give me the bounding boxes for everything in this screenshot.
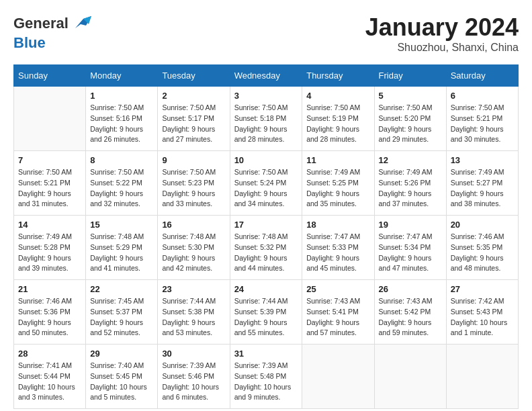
weekday-header-wednesday: Wednesday (230, 65, 302, 87)
day-info: Sunrise: 7:50 AMSunset: 5:18 PMDaylight:… (234, 103, 298, 145)
day-info: Sunrise: 7:49 AMSunset: 5:28 PMDaylight:… (18, 232, 81, 274)
day-number: 12 (379, 155, 442, 165)
title-block: January 2024 Shuozhou, Shanxi, China (365, 13, 519, 54)
weekday-header-friday: Friday (374, 65, 446, 87)
day-info: Sunrise: 7:40 AMSunset: 5:45 PMDaylight:… (90, 361, 153, 403)
day-number: 7 (18, 155, 81, 165)
calendar-cell: 26Sunrise: 7:43 AMSunset: 5:42 PMDayligh… (374, 280, 446, 345)
calendar-cell: 3Sunrise: 7:50 AMSunset: 5:18 PMDaylight… (230, 87, 302, 151)
weekday-header-tuesday: Tuesday (158, 65, 230, 87)
day-number: 3 (234, 91, 298, 101)
calendar-cell: 30Sunrise: 7:39 AMSunset: 5:46 PMDayligh… (158, 345, 230, 409)
day-number: 26 (379, 284, 442, 294)
calendar-cell: 19Sunrise: 7:47 AMSunset: 5:34 PMDayligh… (374, 216, 446, 280)
day-info: Sunrise: 7:49 AMSunset: 5:27 PMDaylight:… (451, 167, 514, 210)
day-number: 23 (162, 284, 225, 294)
calendar-cell: 11Sunrise: 7:49 AMSunset: 5:25 PMDayligh… (302, 151, 374, 216)
calendar-week-3: 21Sunrise: 7:46 AMSunset: 5:36 PMDayligh… (14, 280, 519, 345)
day-info: Sunrise: 7:46 AMSunset: 5:36 PMDaylight:… (18, 296, 81, 338)
day-number: 9 (162, 155, 225, 165)
calendar-header: SundayMondayTuesdayWednesdayThursdayFrid… (14, 65, 519, 87)
day-number: 5 (379, 91, 442, 101)
day-info: Sunrise: 7:43 AMSunset: 5:42 PMDaylight:… (379, 296, 442, 338)
day-number: 30 (162, 349, 225, 359)
day-info: Sunrise: 7:49 AMSunset: 5:25 PMDaylight:… (306, 167, 369, 210)
calendar-cell: 28Sunrise: 7:41 AMSunset: 5:44 PMDayligh… (14, 345, 86, 409)
calendar-week-1: 7Sunrise: 7:50 AMSunset: 5:21 PMDaylight… (14, 151, 519, 216)
logo-bird-icon (70, 13, 91, 35)
day-number: 10 (234, 155, 298, 165)
month-title: January 2024 (365, 13, 519, 42)
day-number: 4 (306, 91, 369, 101)
calendar-cell (374, 345, 446, 409)
day-number: 16 (162, 220, 225, 230)
weekday-header-sunday: Sunday (14, 65, 86, 87)
day-number: 6 (451, 91, 514, 101)
day-info: Sunrise: 7:48 AMSunset: 5:29 PMDaylight:… (90, 232, 153, 274)
calendar-cell: 4Sunrise: 7:50 AMSunset: 5:19 PMDaylight… (302, 87, 374, 151)
day-number: 31 (234, 349, 298, 359)
calendar-cell: 29Sunrise: 7:40 AMSunset: 5:45 PMDayligh… (86, 345, 158, 409)
calendar-cell: 22Sunrise: 7:45 AMSunset: 5:37 PMDayligh… (86, 280, 158, 345)
day-info: Sunrise: 7:44 AMSunset: 5:39 PMDaylight:… (234, 296, 298, 338)
logo-general-text: General (13, 15, 69, 32)
day-number: 15 (90, 220, 153, 230)
weekday-header-saturday: Saturday (446, 65, 518, 87)
day-number: 14 (18, 220, 81, 230)
day-number: 13 (451, 155, 514, 165)
weekday-header-monday: Monday (86, 65, 158, 87)
calendar-cell: 24Sunrise: 7:44 AMSunset: 5:39 PMDayligh… (230, 280, 302, 345)
day-info: Sunrise: 7:43 AMSunset: 5:41 PMDaylight:… (306, 296, 369, 338)
day-info: Sunrise: 7:50 AMSunset: 5:22 PMDaylight:… (90, 167, 153, 210)
day-info: Sunrise: 7:39 AMSunset: 5:46 PMDaylight:… (162, 361, 225, 403)
calendar-cell (446, 345, 518, 409)
day-number: 25 (306, 284, 369, 294)
calendar-cell: 9Sunrise: 7:50 AMSunset: 5:23 PMDaylight… (158, 151, 230, 216)
day-number: 2 (162, 91, 225, 101)
day-number: 20 (451, 220, 514, 230)
calendar-week-4: 28Sunrise: 7:41 AMSunset: 5:44 PMDayligh… (14, 345, 519, 409)
day-info: Sunrise: 7:50 AMSunset: 5:16 PMDaylight:… (90, 103, 153, 145)
calendar-table: SundayMondayTuesdayWednesdayThursdayFrid… (13, 64, 519, 409)
calendar-cell: 6Sunrise: 7:50 AMSunset: 5:21 PMDaylight… (446, 87, 518, 151)
location-subtitle: Shuozhou, Shanxi, China (365, 42, 519, 54)
calendar-cell: 1Sunrise: 7:50 AMSunset: 5:16 PMDaylight… (86, 87, 158, 151)
calendar-cell: 16Sunrise: 7:48 AMSunset: 5:30 PMDayligh… (158, 216, 230, 280)
calendar-cell: 21Sunrise: 7:46 AMSunset: 5:36 PMDayligh… (14, 280, 86, 345)
calendar-cell: 14Sunrise: 7:49 AMSunset: 5:28 PMDayligh… (14, 216, 86, 280)
calendar-cell: 18Sunrise: 7:47 AMSunset: 5:33 PMDayligh… (302, 216, 374, 280)
day-number: 28 (18, 349, 81, 359)
calendar-cell (302, 345, 374, 409)
day-number: 22 (90, 284, 153, 294)
calendar-cell: 10Sunrise: 7:50 AMSunset: 5:24 PMDayligh… (230, 151, 302, 216)
page-header: General Blue January 2024 Shuozhou, Shan… (13, 13, 519, 54)
weekday-header-row: SundayMondayTuesdayWednesdayThursdayFrid… (14, 65, 519, 87)
day-info: Sunrise: 7:50 AMSunset: 5:24 PMDaylight:… (234, 167, 298, 210)
calendar-cell: 12Sunrise: 7:49 AMSunset: 5:26 PMDayligh… (374, 151, 446, 216)
day-number: 17 (234, 220, 298, 230)
day-number: 18 (306, 220, 369, 230)
day-number: 27 (451, 284, 514, 294)
calendar-cell: 17Sunrise: 7:48 AMSunset: 5:32 PMDayligh… (230, 216, 302, 280)
day-info: Sunrise: 7:44 AMSunset: 5:38 PMDaylight:… (162, 296, 225, 338)
day-info: Sunrise: 7:41 AMSunset: 5:44 PMDaylight:… (18, 361, 81, 403)
day-info: Sunrise: 7:47 AMSunset: 5:33 PMDaylight:… (306, 232, 369, 274)
calendar-cell: 27Sunrise: 7:42 AMSunset: 5:43 PMDayligh… (446, 280, 518, 345)
calendar-body: 1Sunrise: 7:50 AMSunset: 5:16 PMDaylight… (14, 87, 519, 409)
calendar-cell: 20Sunrise: 7:46 AMSunset: 5:35 PMDayligh… (446, 216, 518, 280)
day-info: Sunrise: 7:45 AMSunset: 5:37 PMDaylight:… (90, 296, 153, 338)
day-info: Sunrise: 7:42 AMSunset: 5:43 PMDaylight:… (451, 296, 514, 338)
day-info: Sunrise: 7:49 AMSunset: 5:26 PMDaylight:… (379, 167, 442, 210)
calendar-cell: 15Sunrise: 7:48 AMSunset: 5:29 PMDayligh… (86, 216, 158, 280)
day-info: Sunrise: 7:39 AMSunset: 5:48 PMDaylight:… (234, 361, 298, 403)
calendar-cell: 7Sunrise: 7:50 AMSunset: 5:21 PMDaylight… (14, 151, 86, 216)
day-info: Sunrise: 7:50 AMSunset: 5:20 PMDaylight:… (379, 103, 442, 145)
logo: General Blue (13, 13, 91, 51)
calendar-cell: 2Sunrise: 7:50 AMSunset: 5:17 PMDaylight… (158, 87, 230, 151)
day-info: Sunrise: 7:50 AMSunset: 5:21 PMDaylight:… (18, 167, 81, 210)
day-info: Sunrise: 7:50 AMSunset: 5:19 PMDaylight:… (306, 103, 369, 145)
day-number: 19 (379, 220, 442, 230)
calendar-cell: 5Sunrise: 7:50 AMSunset: 5:20 PMDaylight… (374, 87, 446, 151)
day-info: Sunrise: 7:47 AMSunset: 5:34 PMDaylight:… (379, 232, 442, 274)
day-number: 8 (90, 155, 153, 165)
